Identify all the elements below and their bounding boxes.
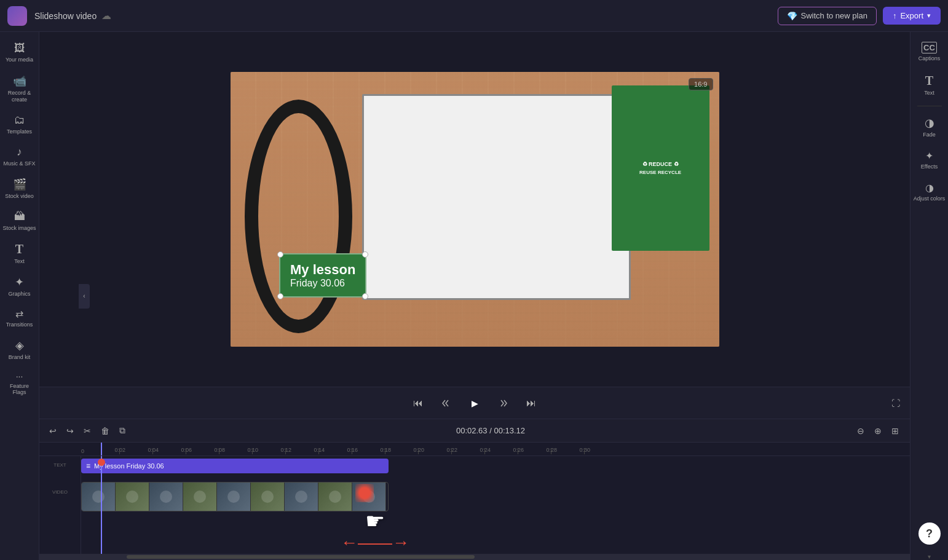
export-label: Export (900, 11, 923, 20)
video-thumb-6 (251, 483, 285, 511)
right-sidebar: CC Captions T Text ◑ Fade ✦ Effects ◑ Ad… (910, 32, 948, 560)
transitions-icon: ⇄ (15, 308, 23, 320)
timeline-scrollbar[interactable] (39, 554, 910, 560)
ruler-mark-0: 0 (81, 448, 84, 454)
sidebar-item-stock-images[interactable]: 🏔 Stock images (0, 205, 39, 236)
delete-button[interactable]: 🗑 (98, 424, 112, 438)
sidebar-collapse-button[interactable]: ‹ (79, 284, 90, 309)
fullscreen-button[interactable]: ⛶ (891, 398, 900, 408)
switch-plan-label: Switch to new plan (801, 11, 867, 20)
text-overlay-handle-tl[interactable] (277, 251, 283, 258)
sidebar-item-feature-flags[interactable]: ··· Feature Flags (0, 366, 39, 400)
sidebar-item-your-media-label: Your media (6, 57, 33, 63)
cloud-icon: ☁ (101, 10, 111, 22)
sidebar-item-music-sfx-label: Music & SFX (3, 160, 35, 167)
effects-icon: ✦ (925, 150, 933, 162)
left-sidebar: 🖼 Your media 📹 Record &create 🗂 Template… (0, 32, 39, 560)
export-button[interactable]: ↑ Export ▾ (883, 7, 941, 25)
text-overlay-handle-br[interactable] (362, 293, 368, 299)
sidebar-item-graphics-label: Graphics (8, 291, 30, 297)
skip-forward-button[interactable]: ⏭ (523, 394, 540, 412)
fade-icon: ◑ (925, 116, 934, 130)
collapse-arrow-icon: ▾ (928, 553, 931, 560)
video-thumb-2 (116, 483, 149, 511)
timeline-time: 00:02.63 / 00:13.12 (456, 426, 525, 435)
sidebar-item-your-media[interactable]: 🖼 Your media (0, 37, 39, 68)
zoom-in-button[interactable]: ⊕ (871, 424, 885, 438)
stock-video-icon: 🎬 (13, 178, 26, 191)
text-tool-icon: T (15, 242, 23, 256)
video-thumb-3 (149, 483, 183, 511)
sidebar-item-templates[interactable]: 🗂 Templates (0, 109, 39, 140)
timeline-ruler: 0 0:02 0:04 0:06 0:08 0:10 0:12 0:14 0:1… (39, 443, 910, 456)
sidebar-item-transitions[interactable]: ⇄ Transitions (0, 303, 39, 333)
ruler-playhead (101, 443, 102, 455)
switch-plan-button[interactable]: 💎 Switch to new plan (778, 7, 877, 25)
right-sidebar-text[interactable]: T Text (910, 69, 948, 101)
sidebar-item-brand-kit[interactable]: ◈ Brand kit (0, 334, 39, 365)
whiteboard (362, 94, 631, 300)
video-strip[interactable] (81, 482, 389, 511)
video-thumb-9 (352, 483, 386, 511)
sidebar-item-templates-label: Templates (7, 128, 32, 135)
expand-timeline-button[interactable]: ⊞ (888, 424, 903, 438)
sidebar-item-stock-video[interactable]: 🎬 Stock video (0, 173, 39, 204)
video-thumb-7 (285, 483, 318, 511)
text-overlay-handle-tr[interactable] (362, 251, 368, 258)
cut-button[interactable]: ✂ (81, 424, 93, 438)
right-sidebar-collapse: ▾ (910, 553, 948, 560)
rewind-button[interactable] (436, 395, 454, 412)
export-dropdown-arrow: ▾ (927, 12, 931, 20)
redo-button[interactable]: ↪ (64, 424, 76, 438)
text-overlay-handle-bl[interactable] (277, 293, 283, 299)
sidebar-item-graphics[interactable]: ✦ Graphics (0, 270, 39, 302)
text-track-element[interactable]: ≡ My lesson Friday 30.06 (81, 459, 389, 473)
record-create-icon: 📹 (13, 74, 26, 88)
video-canvas: ♻ REDUCE ♻ REUSE RECYCLE My lesson Frida… (231, 72, 719, 347)
undo-button[interactable]: ↩ (47, 424, 59, 438)
sidebar-item-music-sfx[interactable]: ♪ Music & SFX (0, 141, 39, 172)
sidebar-item-text-label: Text (14, 258, 25, 264)
right-sidebar-fade[interactable]: ◑ Fade (910, 111, 948, 143)
help-button[interactable]: ? (918, 523, 941, 545)
adjust-colors-icon: ◑ (925, 182, 934, 194)
project-title: Slideshow video (34, 11, 97, 21)
timeline-area: ↩ ↪ ✂ 🗑 ⧉ 00:02.63 / 00:13.12 ⊖ ⊕ ⊞ (39, 419, 910, 560)
total-time: 00:13.12 (494, 426, 525, 435)
sidebar-item-text[interactable]: T Text (0, 237, 39, 269)
video-track-row (81, 476, 910, 513)
text-overlay-title: My lesson (290, 262, 355, 278)
center-area: ‹ ♻ REDUCE ♻ REUSE RECYCLE My lesson (39, 32, 910, 560)
music-sfx-icon: ♪ (17, 146, 22, 159)
video-thumb-1 (82, 483, 116, 511)
text-track-row: ≡ My lesson Friday 30.06 (81, 456, 910, 473)
right-sidebar-effects[interactable]: ✦ Effects (910, 145, 948, 175)
text-overlay-element[interactable]: My lesson Friday 30.06 (279, 253, 366, 298)
green-poster: ♻ REDUCE ♻ REUSE RECYCLE (612, 85, 709, 250)
skip-back-button[interactable]: ⏮ (409, 394, 427, 412)
timeline-scrollbar-thumb[interactable] (127, 555, 475, 559)
right-sidebar-adjust-colors[interactable]: ◑ Adjust colors (910, 177, 948, 207)
stock-images-icon: 🏔 (14, 210, 25, 223)
video-thumb-5 (217, 483, 251, 511)
drag-arrows: ←——→ (341, 533, 409, 553)
sidebar-item-stock-video-label: Stock video (5, 193, 34, 199)
right-text-icon: T (925, 74, 933, 88)
zoom-out-button[interactable]: ⊖ (853, 424, 868, 438)
poster-text-2: REUSE RECYCLE (639, 170, 681, 175)
main-area: 🖼 Your media 📹 Record &create 🗂 Template… (0, 32, 948, 560)
right-sidebar-divider-1 (917, 106, 942, 106)
text-track-icon: ≡ (86, 462, 90, 470)
text-overlay-subtitle: Friday 30.06 (290, 278, 355, 289)
right-sidebar-captions[interactable]: CC Captions (910, 37, 948, 66)
fade-label: Fade (923, 132, 936, 138)
graphics-icon: ✦ (15, 275, 24, 289)
play-button[interactable]: ▶ (464, 392, 486, 414)
sidebar-item-stock-images-label: Stock images (2, 225, 36, 231)
ruler-mark-30: 0:30 (579, 447, 590, 453)
forward-button[interactable] (496, 395, 513, 412)
sidebar-item-record-create[interactable]: 📹 Record &create (0, 69, 39, 108)
playback-controls: ⏮ ▶ ⏭ ⛶ (39, 387, 910, 419)
timeline-toolbar: ↩ ↪ ✂ 🗑 ⧉ 00:02.63 / 00:13.12 ⊖ ⊕ ⊞ (39, 419, 910, 443)
duplicate-button[interactable]: ⧉ (117, 423, 128, 438)
